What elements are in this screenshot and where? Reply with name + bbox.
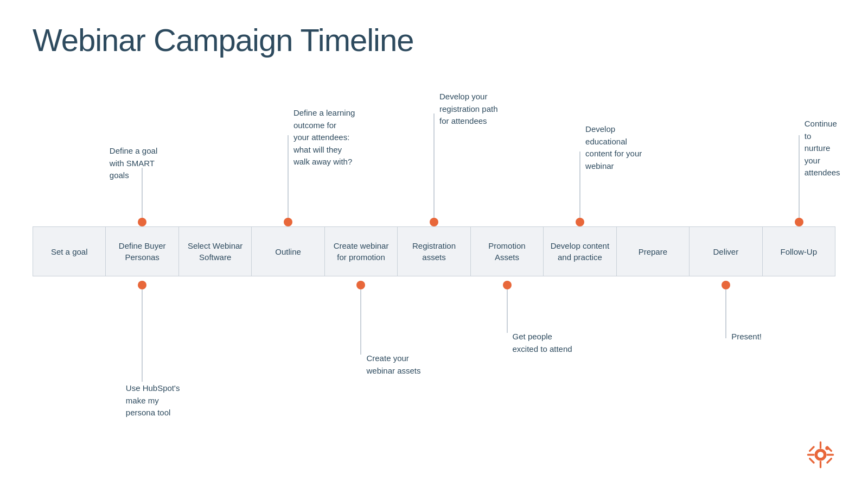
timeline-cell-1: Define Buyer Personas bbox=[106, 227, 178, 276]
timeline-cell-8: Prepare bbox=[617, 227, 690, 276]
dot-above-nurture bbox=[795, 218, 803, 226]
annotation-webinar-assets: Create your webinar assets bbox=[366, 352, 420, 377]
timeline-table: Set a goalDefine Buyer PersonasSelect We… bbox=[33, 226, 835, 276]
annotation-nurture: Continue to nurture your attendees bbox=[805, 118, 840, 179]
vline-above-educational-content bbox=[579, 152, 580, 222]
svg-rect-3 bbox=[820, 461, 821, 469]
dot-below-present bbox=[722, 281, 730, 289]
svg-rect-9 bbox=[826, 457, 833, 464]
vline-above-nurture bbox=[799, 135, 800, 222]
annotation-present: Present! bbox=[731, 331, 762, 343]
dot-below-excited bbox=[503, 281, 512, 289]
timeline-cell-6: Promotion Assets bbox=[471, 227, 544, 276]
annotation-educational-content: Develop educational content for your web… bbox=[585, 123, 642, 172]
svg-rect-4 bbox=[807, 454, 815, 456]
dot-above-smart-goal bbox=[138, 218, 146, 226]
svg-rect-6 bbox=[808, 446, 815, 452]
timeline-container: Define a goal with SMART goalsDefine a l… bbox=[33, 74, 835, 428]
hubspot-logo bbox=[806, 440, 835, 470]
svg-point-10 bbox=[825, 446, 829, 450]
vline-below-excited bbox=[507, 289, 508, 333]
dot-above-registration-path bbox=[430, 218, 438, 226]
timeline-cell-7: Develop content and practice bbox=[544, 227, 616, 276]
vline-above-smart-goal bbox=[142, 168, 143, 222]
svg-rect-2 bbox=[820, 441, 821, 449]
timeline-cell-0: Set a goal bbox=[33, 227, 106, 276]
svg-rect-8 bbox=[808, 457, 815, 464]
timeline-cell-10: Follow-Up bbox=[763, 227, 835, 276]
dot-below-persona-tool bbox=[138, 281, 146, 289]
annotation-persona-tool: Use HubSpot's make my persona tool bbox=[126, 382, 180, 419]
page: Webinar Campaign Timeline Define a goal … bbox=[0, 0, 868, 486]
timeline-cell-2: Select Webinar Software bbox=[179, 227, 252, 276]
dot-above-educational-content bbox=[576, 218, 584, 226]
svg-rect-5 bbox=[827, 454, 834, 456]
timeline-cell-3: Outline bbox=[252, 227, 324, 276]
timeline-cell-9: Deliver bbox=[690, 227, 762, 276]
vline-below-persona-tool bbox=[142, 289, 143, 382]
vline-above-registration-path bbox=[433, 113, 435, 222]
dot-above-learning-outcome bbox=[284, 218, 292, 226]
below-area: Use HubSpot's make my persona toolCreate… bbox=[33, 276, 835, 428]
timeline-cell-4: Create webinar for promotion bbox=[325, 227, 398, 276]
annotation-smart-goal: Define a goal with SMART goals bbox=[110, 145, 157, 182]
timeline-cell-5: Registration assets bbox=[398, 227, 470, 276]
annotation-registration-path: Develop your registration path for atten… bbox=[439, 91, 498, 128]
above-area: Define a goal with SMART goalsDefine a l… bbox=[33, 74, 835, 226]
page-title: Webinar Campaign Timeline bbox=[33, 22, 835, 58]
vline-below-present bbox=[725, 289, 726, 338]
vline-above-learning-outcome bbox=[288, 135, 289, 222]
svg-point-1 bbox=[818, 452, 824, 458]
annotation-learning-outcome: Define a learning outcome for your atten… bbox=[293, 107, 355, 168]
vline-below-webinar-assets bbox=[360, 289, 361, 355]
annotation-excited: Get people excited to attend bbox=[513, 331, 572, 355]
dot-below-webinar-assets bbox=[356, 281, 365, 289]
